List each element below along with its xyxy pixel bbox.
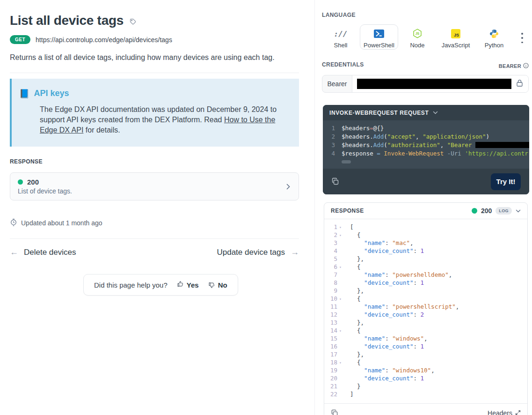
language-item-shell[interactable]: :// Shell	[321, 24, 360, 50]
response-status-code: 200	[481, 207, 492, 215]
callout-api-keys: 📘 API keys The Edge DX API documentation…	[10, 79, 299, 147]
code-line: 1▾[	[324, 223, 527, 231]
code-line: 22]	[324, 391, 527, 399]
line-number: 13	[324, 319, 337, 327]
language-item-powershell[interactable]: PowerShell	[360, 24, 398, 50]
code-line: 9 },	[324, 287, 527, 295]
doc-column: List all device tags GET https://api.con…	[10, 0, 299, 257]
pager-next[interactable]: Update device tags →	[217, 247, 299, 257]
language-item-node[interactable]: JS Node	[398, 24, 437, 50]
feedback-no-button[interactable]: No	[208, 281, 227, 289]
response-200-card[interactable]: 200 List of device tags.	[10, 172, 299, 200]
line-number: 19	[324, 367, 337, 375]
line-number: 8	[324, 279, 337, 287]
line-number: 17	[324, 351, 337, 359]
language-label: LANGUAGE	[322, 12, 356, 18]
token-input[interactable]	[352, 75, 528, 92]
line-number: 14	[324, 327, 337, 335]
line-number: 3	[324, 239, 337, 247]
language-overflow-menu[interactable]	[518, 32, 526, 44]
language-name: PowerShell	[364, 42, 394, 49]
response-header: RESPONSE 200 LOG	[324, 203, 527, 219]
code-line: 3$headers.Add("authorization", "Bearer	[323, 141, 529, 150]
code-text: "device_count": 1	[350, 375, 424, 383]
javascript-icon: JS	[451, 29, 460, 38]
response-json-lines: 1▾[2▾ {3 "name": "mac",4 "device_count":…	[324, 219, 527, 403]
copy-code-button[interactable]	[331, 178, 339, 185]
code-line: 2▾ {	[324, 231, 527, 239]
code-text: ]	[350, 391, 354, 399]
fold-caret-icon[interactable]: ▾	[337, 327, 343, 335]
line-number: 10	[324, 295, 337, 303]
line-number: 1	[324, 223, 337, 231]
feedback-widget: Did this page help you? Yes No	[83, 274, 238, 296]
fold-spacer	[337, 367, 343, 375]
pager-prev[interactable]: ← Delete devices	[10, 247, 76, 257]
endpoint-url: https://api.controlup.com/edge/api/devic…	[36, 36, 172, 44]
divider	[10, 73, 299, 73]
column-divider	[314, 0, 315, 415]
feedback-yes-label: Yes	[187, 281, 199, 289]
fold-spacer	[337, 311, 343, 319]
fold-caret-icon[interactable]: ▾	[337, 263, 343, 271]
code-line: 5 },	[324, 255, 527, 263]
response-footer: Headers	[324, 403, 527, 415]
language-selector: :// Shell PowerShell JS Node JS JavaScri…	[321, 24, 513, 50]
request-code-lines: 1$headers=@{}2$headers.Add("accept", "ap…	[323, 120, 529, 158]
book-icon: 📘	[19, 89, 29, 98]
log-badge[interactable]: LOG	[496, 207, 512, 215]
line-number: 1	[323, 125, 335, 133]
feedback-yes-button[interactable]: Yes	[177, 281, 199, 289]
divider	[10, 238, 299, 239]
fold-caret-icon[interactable]: ▾	[337, 231, 343, 239]
code-line: 1$headers=@{}	[323, 125, 529, 133]
language-name: Node	[410, 42, 424, 49]
code-line: 15 "name": "windows",	[324, 335, 527, 343]
code-line: 14▾ {	[324, 327, 527, 335]
code-text: {	[350, 231, 361, 239]
code-line: 6▾ {	[324, 263, 527, 271]
info-icon[interactable]	[523, 63, 529, 69]
code-line: 19 "name": "windows10",	[324, 367, 527, 375]
tag-icon[interactable]	[130, 18, 136, 25]
callout-body: The Edge DX API documentation was update…	[40, 104, 288, 135]
chevron-down-icon[interactable]	[516, 209, 521, 213]
code-text: "name": "powershellscript",	[350, 303, 459, 311]
headers-link[interactable]: Headers	[488, 409, 521, 415]
code-text: {	[350, 359, 361, 367]
code-text: "device_count": 1	[350, 343, 424, 351]
code-line: 10▾ {	[324, 295, 527, 303]
scrollbar-thumb[interactable]	[342, 160, 351, 163]
request-header[interactable]: INVOKE-WEBREQUEST REQUEST	[323, 105, 529, 120]
fold-caret-icon[interactable]: ▾	[337, 223, 343, 231]
fold-spacer	[337, 383, 343, 391]
code-text: },	[350, 319, 364, 327]
line-number: 3	[323, 141, 335, 150]
fold-spacer	[337, 319, 343, 327]
code-text: },	[350, 351, 364, 359]
language-name: JavaScript	[442, 42, 470, 49]
line-number: 5	[324, 255, 337, 263]
language-item-python[interactable]: Python	[475, 24, 513, 50]
line-number: 4	[323, 150, 335, 158]
code-text: $headers.Add("authorization", "Bearer	[342, 141, 529, 150]
line-number: 20	[324, 375, 337, 383]
fold-caret-icon[interactable]: ▾	[337, 295, 343, 303]
fold-caret-icon[interactable]: ▾	[337, 359, 343, 367]
code-text: "device_count": 2	[350, 311, 424, 319]
copy-response-button[interactable]	[331, 409, 338, 415]
language-item-javascript[interactable]: JS JavaScript	[437, 24, 475, 50]
redacted-token-value	[357, 79, 511, 89]
try-it-button[interactable]: Try It!	[491, 173, 521, 190]
lock-icon[interactable]	[516, 79, 523, 89]
fold-spacer	[337, 247, 343, 255]
response-code-block: RESPONSE 200 LOG 1▾[2▾ {3 "name": "mac",…	[324, 202, 528, 415]
status-description: List of device tags.	[18, 187, 286, 195]
auth-scheme-tag: BEARER	[499, 63, 529, 69]
callout-text-after: for details.	[83, 126, 120, 134]
chevron-right-icon[interactable]	[286, 184, 290, 190]
fold-spacer	[337, 391, 343, 399]
code-text: "name": "windows",	[350, 335, 428, 343]
request-title: INVOKE-WEBREQUEST REQUEST	[329, 110, 429, 116]
horizontal-scrollbar	[342, 160, 529, 163]
